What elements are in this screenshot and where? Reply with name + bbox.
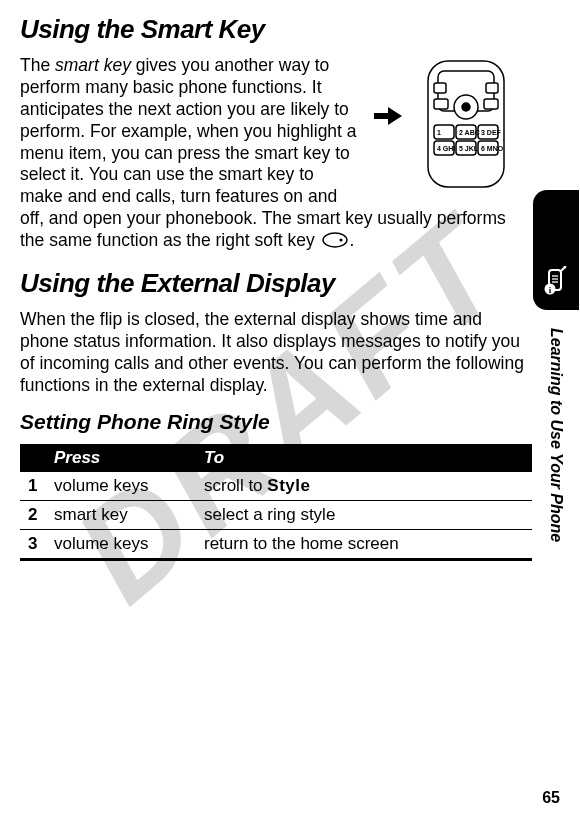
to-text: return to the home screen [204, 534, 399, 553]
to-bold: Style [267, 476, 310, 495]
svg-point-22 [323, 233, 347, 247]
ring-style-table: Press To 1 volume keys scroll to Style 2… [20, 444, 532, 561]
svg-text:5 JKL: 5 JKL [459, 145, 479, 152]
svg-marker-1 [388, 107, 402, 125]
table-row: 1 volume keys scroll to Style [20, 472, 532, 501]
right-soft-key-icon [322, 232, 348, 254]
svg-text:3 DEF: 3 DEF [481, 129, 502, 136]
svg-rect-9 [484, 99, 498, 109]
svg-rect-8 [434, 99, 448, 109]
svg-rect-0 [374, 113, 388, 119]
heading-external-display: Using the External Display [20, 268, 532, 299]
to-text: scroll to [204, 476, 267, 495]
text-smartkey-tail: . [350, 230, 355, 250]
to-cell: scroll to Style [196, 472, 532, 501]
svg-text:2 ABC: 2 ABC [459, 129, 480, 136]
paragraph-smart-key: 1 2 ABC 3 DEF 4 GHI 5 JKL 6 MNO The smar… [20, 55, 532, 254]
heading-ring-style: Setting Phone Ring Style [20, 410, 532, 434]
step-number: 1 [20, 472, 46, 501]
paragraph-external-display: When the flip is closed, the external di… [20, 309, 532, 397]
page-content: Using the Smart Key [0, 0, 580, 819]
heading-smart-key: Using the Smart Key [20, 14, 532, 45]
step-number: 3 [20, 530, 46, 560]
text-smartkey-italic: smart key [55, 55, 131, 75]
table-header-step [20, 444, 46, 472]
table-header-to: To [196, 444, 532, 472]
press-cell: smart key [46, 501, 196, 530]
to-cell: select a ring style [196, 501, 532, 530]
to-text: select a ring style [204, 505, 335, 524]
text-smartkey-pre: The [20, 55, 55, 75]
svg-rect-7 [486, 83, 498, 93]
svg-point-5 [462, 103, 470, 111]
table-header-press: Press [46, 444, 196, 472]
svg-rect-6 [434, 83, 446, 93]
svg-text:4 GHI: 4 GHI [437, 145, 455, 152]
svg-text:1: 1 [437, 129, 441, 136]
table-row: 3 volume keys return to the home screen [20, 530, 532, 560]
svg-point-23 [339, 238, 342, 241]
press-cell: volume keys [46, 530, 196, 560]
to-cell: return to the home screen [196, 530, 532, 560]
step-number: 2 [20, 501, 46, 530]
table-row: 2 smart key select a ring style [20, 501, 532, 530]
svg-text:6 MNO: 6 MNO [481, 145, 504, 152]
press-cell: volume keys [46, 472, 196, 501]
phone-illustration: 1 2 ABC 3 DEF 4 GHI 5 JKL 6 MNO [370, 57, 530, 198]
